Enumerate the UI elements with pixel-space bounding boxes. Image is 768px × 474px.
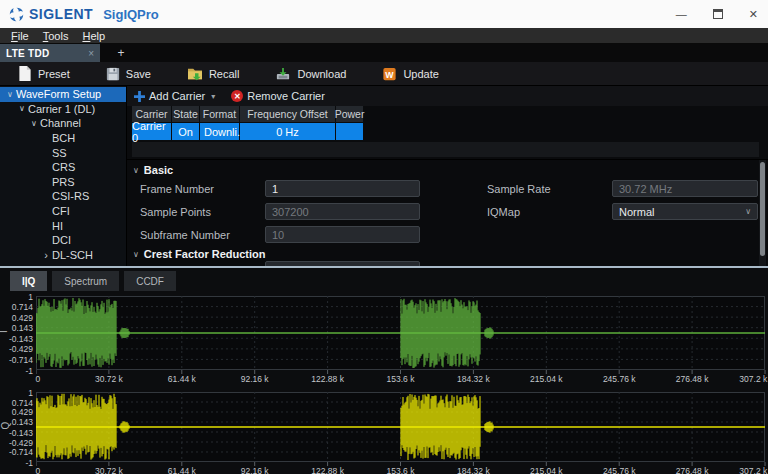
tree-item-label: WaveForm Setup bbox=[16, 88, 101, 100]
column-header-frequency-offset[interactable]: Frequency Offset bbox=[240, 106, 336, 123]
x-tick-label: 276.48 k bbox=[676, 466, 709, 474]
x-tick-label: 122.88 k bbox=[311, 374, 344, 384]
iqmap-dropdown[interactable]: Normal∨ bbox=[612, 203, 758, 220]
remove-carrier-label: Remove Carrier bbox=[247, 90, 325, 102]
y-tick-label: -0.429 bbox=[0, 438, 33, 448]
remove-icon: ✕ bbox=[231, 90, 243, 102]
table-cell: Downli... bbox=[200, 123, 240, 141]
tab-label: LTE TDD bbox=[6, 48, 88, 59]
x-tick-label: 184.32 k bbox=[457, 374, 490, 384]
scrollbar-thumb[interactable] bbox=[760, 162, 765, 256]
basic-section-label: Basic bbox=[144, 164, 173, 176]
maximize-icon[interactable] bbox=[713, 9, 723, 19]
caret-down-icon[interactable]: ▾ bbox=[211, 92, 215, 101]
column-header-power[interactable]: Power bbox=[336, 106, 364, 123]
y-tick-label: 0.143 bbox=[0, 417, 33, 427]
x-tick-label: 92.16 k bbox=[241, 466, 269, 474]
update-button[interactable]: WUpdate bbox=[382, 67, 438, 81]
minimize-icon[interactable]: — bbox=[676, 9, 687, 20]
remove-carrier-button[interactable]: ✕ Remove Carrier bbox=[231, 90, 325, 102]
preset-button[interactable]: Preset bbox=[18, 66, 70, 81]
carrier-table: CarrierStateFormatFrequency OffsetPowerC… bbox=[132, 106, 364, 141]
tree-item-prs[interactable]: PRS bbox=[0, 175, 126, 190]
column-header-state[interactable]: State bbox=[172, 106, 200, 123]
download-button[interactable]: Download bbox=[275, 67, 346, 81]
tree-item-bch[interactable]: BCH bbox=[0, 131, 126, 146]
tree-item-label: Carrier 1 (DL) bbox=[28, 103, 95, 115]
x-tick-label: 215.04 k bbox=[530, 374, 563, 384]
toolbar-label: Preset bbox=[38, 68, 70, 80]
x-tick-label: 92.16 k bbox=[241, 374, 269, 384]
menu-bar: FileToolsHelp bbox=[0, 28, 768, 44]
chevron-down-icon[interactable]: ∨ bbox=[4, 90, 16, 99]
menu-item-tools[interactable]: Tools bbox=[36, 30, 76, 42]
x-tick-label: 153.6 k bbox=[387, 466, 415, 474]
sample-rate-input[interactable]: 30.72 MHz bbox=[612, 180, 758, 197]
cfr-section-header[interactable]: ∨ Crest Factor Reduction bbox=[133, 248, 266, 260]
tree-item-csi-rs[interactable]: CSI-RS bbox=[0, 189, 126, 204]
x-tick-label: 153.6 k bbox=[387, 374, 415, 384]
update-icon: W bbox=[382, 67, 397, 81]
sample-points-input[interactable]: 307200 bbox=[265, 203, 420, 220]
waveform-plot-i bbox=[36, 296, 766, 375]
frame-number-input[interactable]: 1 bbox=[265, 180, 420, 197]
table-cell bbox=[336, 123, 364, 141]
sample-points-label: Sample Points bbox=[140, 206, 211, 218]
table-row[interactable]: Carrier 0OnDownli...0 Hz bbox=[132, 123, 364, 141]
x-tick-label: 307.2 k bbox=[739, 374, 767, 384]
new-tab-button[interactable]: + bbox=[112, 44, 130, 62]
settings-scrollbar[interactable] bbox=[759, 160, 766, 266]
tab-lte-tdd[interactable]: LTE TDD × bbox=[0, 44, 100, 62]
basic-section-header[interactable]: ∨ Basic bbox=[133, 164, 173, 176]
x-tick-label: 0 bbox=[36, 374, 41, 384]
plus-icon bbox=[134, 91, 145, 102]
tree-item-channel[interactable]: ∨Channel bbox=[0, 116, 126, 131]
tree-item-cfi[interactable]: CFI bbox=[0, 204, 126, 219]
subframe-number-input[interactable]: 10 bbox=[265, 226, 420, 243]
y-tick-label: 0.429 bbox=[0, 313, 33, 323]
waveform-tree: ∨WaveForm Setup∨Carrier 1 (DL)∨ChannelBC… bbox=[0, 86, 127, 266]
tree-item-carrier-1-dl-[interactable]: ∨Carrier 1 (DL) bbox=[0, 102, 126, 117]
brand-text: SIGLENT bbox=[29, 6, 93, 22]
chevron-right-icon[interactable]: › bbox=[40, 251, 52, 259]
y-tick-label: -0.143 bbox=[0, 428, 33, 438]
close-icon[interactable]: ✕ bbox=[749, 9, 758, 20]
waveform-plot-q bbox=[36, 392, 766, 467]
y-tick-label: -0.714 bbox=[0, 355, 33, 365]
recall-button[interactable]: Recall bbox=[187, 67, 240, 81]
main-toolbar: PresetSaveRecallDownloadWUpdate bbox=[0, 62, 768, 86]
chevron-down-icon: ∨ bbox=[133, 166, 139, 175]
chevron-down-icon[interactable]: ∨ bbox=[28, 119, 40, 128]
tree-item-waveform-setup[interactable]: ∨WaveForm Setup bbox=[0, 87, 126, 102]
x-tick-label: 215.04 k bbox=[530, 466, 563, 474]
carrier-toolbar: Add Carrier ▾ ✕ Remove Carrier bbox=[127, 86, 768, 106]
add-carrier-button[interactable]: Add Carrier ▾ bbox=[134, 90, 215, 102]
x-tick-label: 30.72 k bbox=[95, 466, 123, 474]
settings-panel: Add Carrier ▾ ✕ Remove Carrier CarrierSt… bbox=[127, 86, 768, 266]
chart-tab-iq[interactable]: I|Q bbox=[10, 271, 47, 291]
tab-close-icon[interactable]: × bbox=[88, 48, 94, 59]
y-tick-label: 0.143 bbox=[0, 323, 33, 333]
tree-item-crs[interactable]: CRS bbox=[0, 160, 126, 175]
x-tick-label: 61.44 k bbox=[168, 374, 196, 384]
tree-item-label: SS bbox=[52, 147, 67, 159]
tree-item-ss[interactable]: SS bbox=[0, 145, 126, 160]
y-tick-label: -1 bbox=[0, 366, 33, 376]
tree-item-label: CFI bbox=[52, 205, 70, 217]
tree-item-dl-sch[interactable]: ›DL-SCH bbox=[0, 248, 126, 263]
chevron-down-icon[interactable]: ∨ bbox=[16, 104, 28, 113]
save-button[interactable]: Save bbox=[106, 67, 151, 81]
toolbar-label: Update bbox=[403, 68, 438, 80]
menu-item-help[interactable]: Help bbox=[75, 30, 112, 42]
column-header-format[interactable]: Format bbox=[200, 106, 240, 123]
tree-item-hi[interactable]: HI bbox=[0, 218, 126, 233]
menu-item-file[interactable]: File bbox=[4, 30, 36, 42]
page-icon bbox=[18, 66, 32, 81]
tree-item-dci[interactable]: DCI bbox=[0, 233, 126, 248]
chart-tab-ccdf[interactable]: CCDF bbox=[124, 271, 176, 291]
tree-item-label: DL-SCH bbox=[52, 249, 93, 261]
chart-tabs: I|QSpectrumCCDF bbox=[10, 271, 176, 291]
chart-tab-spectrum[interactable]: Spectrum bbox=[52, 271, 119, 291]
y-tick-label: 0.429 bbox=[0, 407, 33, 417]
tree-item-label: PRS bbox=[52, 176, 75, 188]
